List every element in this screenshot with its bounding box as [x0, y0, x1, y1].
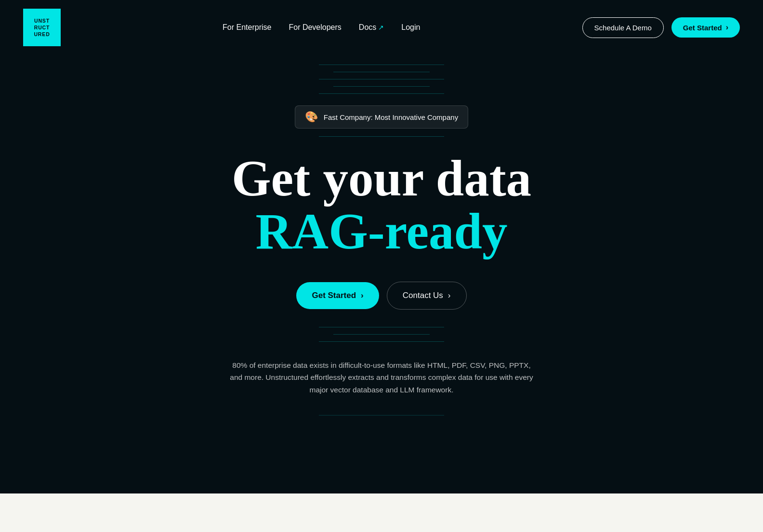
hero-title-line1: Get your data: [232, 152, 531, 205]
decorative-lines-top: [23, 65, 740, 94]
award-badge: 🎨 Fast Company: Most Innovative Company: [295, 105, 468, 129]
nav-link-enterprise[interactable]: For Enterprise: [223, 23, 271, 32]
nav-actions: Schedule A Demo Get Started ›: [582, 17, 740, 38]
h-line-5: [319, 93, 444, 94]
schedule-demo-button[interactable]: Schedule A Demo: [582, 17, 664, 38]
contact-us-button[interactable]: Contact Us ›: [387, 282, 467, 310]
h-line-after-3: [319, 341, 444, 342]
badge-icon: 🎨: [305, 111, 318, 123]
hero-title-line2: RAG-ready: [232, 205, 531, 258]
chevron-right-icon: ›: [448, 291, 451, 300]
footer-stripe: [0, 493, 763, 532]
page-wrapper: UNSTRUCTURED For Enterprise For Develope…: [0, 0, 763, 532]
h-line-3: [319, 79, 444, 79]
h-line-4: [333, 86, 430, 87]
hero-description: 80% of enterprise data exists in difficu…: [227, 359, 536, 396]
h-line-after-1: [319, 327, 444, 327]
chevron-right-icon: ›: [726, 23, 728, 32]
hero-title: Get your data RAG-ready: [232, 152, 531, 259]
chevron-right-icon: ›: [361, 291, 364, 300]
decorative-lines-mid: [319, 327, 444, 342]
external-link-icon: ↗: [378, 24, 384, 31]
h-line-mid: [319, 136, 444, 137]
decorative-line-bottom: [319, 415, 444, 415]
nav-link-developers[interactable]: For Developers: [289, 23, 341, 32]
get-started-nav-button[interactable]: Get Started ›: [671, 17, 740, 38]
h-line-2: [333, 72, 430, 72]
get-started-hero-button[interactable]: Get Started ›: [296, 282, 379, 309]
hero-section: 🎨 Fast Company: Most Innovative Company …: [0, 55, 763, 415]
badge-text: Fast Company: Most Innovative Company: [324, 113, 458, 121]
h-line-after-2: [333, 334, 430, 335]
nav-link-login[interactable]: Login: [401, 23, 420, 32]
nav-links: For Enterprise For Developers Docs ↗ Log…: [223, 23, 420, 32]
navbar: UNSTRUCTURED For Enterprise For Develope…: [0, 0, 763, 55]
h-line-1: [319, 65, 444, 65]
nav-link-docs[interactable]: Docs ↗: [359, 23, 384, 32]
cta-buttons: Get Started › Contact Us ›: [296, 282, 466, 310]
logo-text: UNSTRUCTURED: [34, 17, 50, 38]
logo[interactable]: UNSTRUCTURED: [23, 9, 61, 46]
